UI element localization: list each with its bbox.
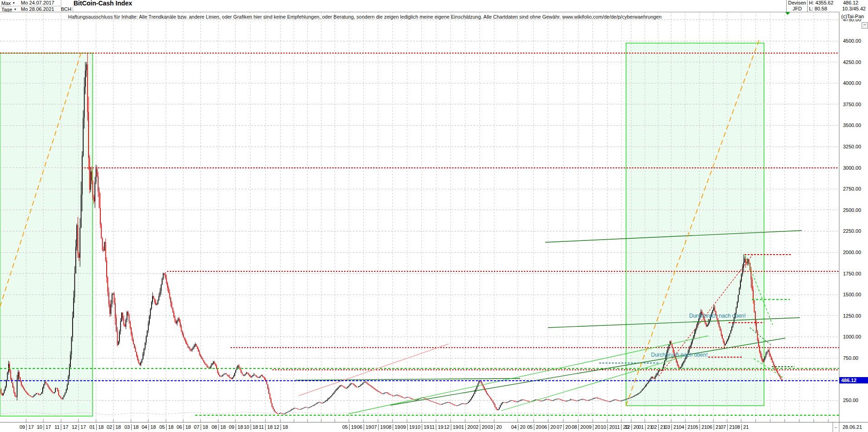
date-axis-label: 1020 [601,424,615,430]
price-axis: 4750.004500.004250.004000.003750.003500.… [839,12,868,422]
date-axis-label: 0718 [194,424,208,430]
date-axis-label: 1018 [244,424,258,430]
date-axis-label: 0418 [142,424,156,430]
date-axis-label: 0318 [124,424,139,430]
price-axis-label: 2250.00 [843,228,861,234]
price-axis-label: 750.00 [843,355,858,361]
date-axis-label: 1017 [37,424,51,430]
period-dropdown[interactable]: Max ▼ [0,0,21,6]
date-axis-label: 0421 [679,424,693,430]
date-axis-label: 1119 [429,424,444,430]
date-axis-label: 1117 [54,424,69,430]
price-axis-label: 250.00 [843,398,858,403]
header-divider [786,0,787,12]
date-axis-label: 1220 [625,424,639,430]
date-axis-label: 1118 [259,424,273,430]
date-axis-label: 1217 [72,424,86,430]
price-axis-label: 1250.00 [843,313,861,319]
price-axis-label: 2500.00 [843,207,861,213]
last-price-value: 486.12 [843,0,858,6]
price-axis-label: 3000.00 [843,165,861,171]
header-divider [807,0,808,12]
period-dropdown-label: Max [1,0,11,6]
date-axis-label: 0621 [707,424,721,430]
date-axis-label: 0720 [557,424,571,430]
price-axis-label: 2750.00 [843,186,861,191]
date-axis-label: 0618 [177,424,191,430]
date-axis-label: 0221 [651,424,666,430]
page-title: BitCoin-Cash Index [74,0,132,6]
price-axis-label: 4500.00 [843,38,861,44]
date-axis-label: 0917 [20,424,34,430]
date-axis-divider [833,422,833,432]
price-axis-label: 2000.00 [843,250,861,255]
date-axis-divider [839,422,839,432]
spread-value: 10.3/45.42 [842,6,866,12]
minimize-button[interactable]: − [862,22,868,29]
date-axis-label: 0818 [212,424,226,430]
range-start-cell: Mo 24.07.2017 [20,0,61,6]
feed-label: JFD [793,6,802,12]
price-axis-label: 3750.00 [843,102,861,107]
date-axis-label: 0619 [357,424,371,430]
date-axis-label: 0918 [229,424,243,430]
price-axis-label: 4000.00 [843,80,861,86]
feed-status-triangle-icon [785,12,790,15]
date-axis-label: 0220 [473,424,488,430]
date-axis-label: 0121 [638,424,653,430]
last-date-cell: 28.06.21 [843,424,862,430]
price-axis-label: 1000.00 [843,334,861,339]
breakout-annotation-2: Durchbruch nach oben! [651,352,708,358]
date-axis-label: 0819 [386,424,400,430]
price-axis-label: 4250.00 [843,59,861,65]
date-axis-label: 0821 [735,424,749,430]
date-axis-label: 0320 [488,424,502,430]
price-axis-label: 3250.00 [843,144,861,149]
provider-label: Devisen [788,0,806,6]
date-axis-label: 0120 [459,424,473,430]
date-axis-label: 0118 [89,424,104,430]
price-axis-label: 1750.00 [843,271,861,276]
high-value: H: 4355.62 [809,0,833,6]
date-axis-label: 1019 [415,424,429,430]
date-axis-label: 0820 [572,424,586,430]
date-axis: - 28.06.21 09171017111712170118021803180… [0,422,868,432]
date-axis-label: 0620 [542,424,556,430]
date-axis-label: 0518 [159,424,174,430]
disclaimer-text: Haftungsausschluss für Inhalte: Alle Tre… [68,14,661,20]
breakout-annotation-1: Durchbruch nach oben! [689,313,746,319]
date-axis-label: 1219 [444,424,459,430]
price-axis-label: 1500.00 [843,292,861,297]
copyright-label: (c)Tai-Pan [841,14,864,19]
date-axis-label: 0719 [371,424,386,430]
chevron-down-icon: ▼ [12,1,15,5]
date-axis-label: 0321 [665,424,679,430]
price-axis-label: 3500.00 [843,123,861,128]
low-value: L: 80.58 [809,6,827,12]
taipan-chart-window: Max ▼ Mo 24.07.2017 Tage ▼ Mo 28.06.2021… [0,0,868,432]
date-axis-label: 0218 [107,424,121,430]
date-axis-label: 0520 [527,424,542,430]
date-axis-label: 0919 [400,424,415,430]
date-axis-label: 1218 [274,424,288,430]
date-axis-label: 0920 [586,424,601,430]
current-price-tag: 486.12 [839,377,868,383]
candlestick-chart-canvas[interactable] [0,12,840,422]
date-axis-label: 0420 [511,424,526,430]
date-axis-label: 0721 [720,424,735,430]
trend-channel-box [0,53,93,416]
axis-dash-cell: - [835,424,837,430]
chevron-down-icon: ▼ [14,8,17,11]
date-axis-label: 0521 [693,424,707,430]
date-axis-label: 0519 [342,424,357,430]
